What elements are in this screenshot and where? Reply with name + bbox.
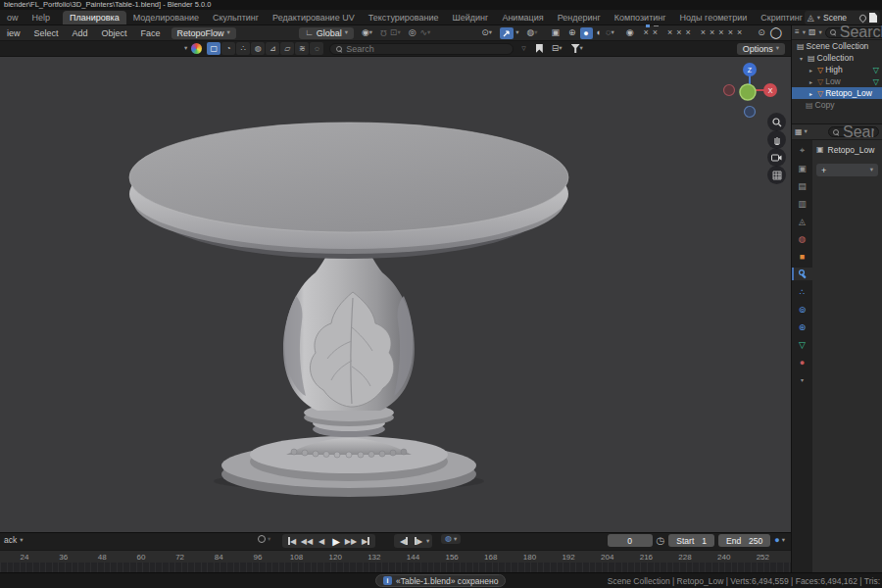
rf-x-icon[interactable]: × xyxy=(686,28,691,37)
rf-x-icon[interactable]: × xyxy=(728,28,733,37)
falloff-curve-icon[interactable]: ∿ xyxy=(420,28,428,37)
view-dropdown[interactable]: ● ▾ xyxy=(774,536,785,545)
tab-view-layer[interactable]: ▥ xyxy=(792,197,812,210)
mesh-data-icon[interactable]: ▽ xyxy=(873,66,879,74)
rf-x-icon[interactable]: × xyxy=(701,28,706,37)
tab-animation[interactable]: Анимация xyxy=(495,11,550,24)
tab-material[interactable]: ● xyxy=(792,356,812,368)
outliner-item-high[interactable]: ▸ ▽ High ▽ xyxy=(792,64,882,75)
playback-sync-dropdown[interactable]: ◍ ▾ xyxy=(441,534,461,544)
orientation-dropdown[interactable]: ∟ Global ▾ xyxy=(299,27,354,39)
tab-modeling[interactable]: Моделирование xyxy=(126,11,206,24)
gizmo-x-neg[interactable] xyxy=(724,85,735,96)
frame-back-button[interactable]: ◀ xyxy=(397,535,411,547)
hierarchy-icon[interactable]: ⊟ xyxy=(552,44,560,53)
filter-icon[interactable] xyxy=(571,44,580,53)
play-reverse-button[interactable]: ◀ xyxy=(315,535,328,547)
stopwatch-icon[interactable]: ◷ xyxy=(657,536,665,546)
outliner-search-input[interactable]: Search xyxy=(825,27,882,38)
outliner-item-copy[interactable]: ▤ Copy xyxy=(792,99,882,111)
tab-particles[interactable]: ∴ xyxy=(792,285,812,298)
zoom-button[interactable] xyxy=(767,113,786,131)
3d-viewport[interactable]: Z X xyxy=(0,57,791,532)
end-frame-field[interactable]: End 250 xyxy=(718,534,770,547)
tab-scene[interactable]: ◬ xyxy=(792,215,812,227)
shading-wireframe-icon[interactable]: ⊕ xyxy=(568,28,576,37)
menu-face[interactable]: Face xyxy=(134,28,168,38)
rf-x-icon[interactable]: × xyxy=(676,28,681,37)
tab-world[interactable]: ◍ xyxy=(792,232,812,245)
overlays-icon[interactable]: ◍ xyxy=(526,28,534,37)
visibility-dropdown-icon[interactable]: ⊙ xyxy=(481,28,489,37)
snap-target-icon[interactable]: ⊡ xyxy=(390,28,398,37)
chevron-down-icon[interactable]: ▾ xyxy=(184,45,187,52)
tab-physics[interactable]: ⊚ xyxy=(792,303,812,316)
expand-icon[interactable]: ▸ xyxy=(809,90,815,97)
orthographic-toggle-button[interactable] xyxy=(767,166,786,184)
rf-x-icon[interactable]: × xyxy=(737,28,742,37)
pivot-point-icon[interactable]: ◉ xyxy=(362,28,369,37)
tab-uv-editing[interactable]: Редактирование UV xyxy=(266,11,362,24)
next-keyframe-button[interactable]: ▶▶ xyxy=(344,535,358,547)
tab-texture-paint[interactable]: Текстурирование xyxy=(362,11,446,24)
tab-output[interactable]: ▤ xyxy=(792,179,812,192)
bookmark-icon[interactable] xyxy=(536,44,543,53)
shading-material-icon[interactable]: ◐ xyxy=(597,28,602,37)
gizmo-y-axis[interactable] xyxy=(740,84,756,100)
tab-layout[interactable]: Планировка xyxy=(63,11,126,24)
menu-object[interactable]: Object xyxy=(95,28,134,38)
display-mode-icon[interactable]: ▨ xyxy=(808,28,816,36)
proportional-editing-icon[interactable]: ◎ xyxy=(409,28,416,37)
scene-selector[interactable]: ◬ ▾ Scene xyxy=(805,11,880,24)
frame-forward-button[interactable]: ▶ xyxy=(412,535,425,547)
navigation-gizmo[interactable]: Z X xyxy=(722,61,779,120)
tab-modifiers[interactable] xyxy=(792,268,812,280)
rf-extra-dropdown-icon[interactable]: ▿ xyxy=(521,44,526,53)
properties-editor-icon[interactable]: ▦ xyxy=(795,128,803,136)
outliner-item-low[interactable]: ▸ ▽ Low ▽ xyxy=(792,75,882,87)
playback-menu[interactable]: ack ▾ xyxy=(4,535,24,545)
menu-window[interactable]: ow xyxy=(0,13,25,23)
rf-disc-icon[interactable]: ⊙ xyxy=(758,28,765,37)
outliner-item-collection[interactable]: ▾ ▤ Collection xyxy=(792,52,882,64)
shading-solid-icon[interactable]: ● xyxy=(580,27,593,39)
tab-compositing[interactable]: Композитинг xyxy=(608,11,673,24)
tab-tool[interactable]: ⌖ xyxy=(792,144,812,157)
chevron-down-icon[interactable]: ▾ xyxy=(792,373,812,386)
outliner-item-retopo-low[interactable]: ▸ ▽ Retopo_Low xyxy=(792,87,882,99)
viewport-search-input[interactable]: Search xyxy=(329,43,514,55)
rf-x-icon[interactable]: × xyxy=(667,28,672,37)
properties-search-input[interactable]: Search xyxy=(828,126,879,137)
expand-icon[interactable]: ▸ xyxy=(809,78,815,85)
current-frame-field[interactable]: 0 xyxy=(608,534,653,547)
options-button[interactable]: Options ▾ xyxy=(737,43,785,55)
gizmo-z-neg[interactable] xyxy=(745,107,756,118)
tab-sculpting[interactable]: Скульптинг xyxy=(206,11,266,24)
menu-select[interactable]: Select xyxy=(27,28,66,38)
active-tool-button[interactable]: RetopoFlow ▾ xyxy=(172,27,236,39)
rf-tool-strokes-icon[interactable]: ∴ xyxy=(236,42,250,55)
editor-type-icon[interactable]: ≡ xyxy=(795,28,800,36)
jump-to-end-button[interactable]: ▶ xyxy=(359,535,372,547)
outliner-item-scene-collection[interactable]: ▤ Scene Collection xyxy=(792,40,882,52)
rf-x-icon[interactable]: × xyxy=(718,28,723,37)
tab-constraints[interactable]: ⊛ xyxy=(792,320,812,333)
auto-keying-toggle[interactable]: ▾ xyxy=(258,535,270,543)
table-model[interactable] xyxy=(0,57,791,532)
rf-x-icon[interactable]: × xyxy=(653,28,658,37)
snap-magnet-icon[interactable]: Ω xyxy=(380,28,387,37)
new-scene-icon[interactable] xyxy=(869,13,877,23)
rf-tool-loops-icon[interactable]: ≋ xyxy=(295,42,309,55)
tab-render[interactable]: ▣ xyxy=(792,162,812,174)
tab-object-data[interactable]: ▽ xyxy=(792,338,812,351)
menu-view[interactable]: iew xyxy=(0,28,27,38)
rf-circle-icon[interactable]: ◯ xyxy=(770,27,782,38)
tab-shading[interactable]: Шейдинг xyxy=(446,11,496,24)
add-modifier-button[interactable]: + ▾ xyxy=(816,164,878,176)
rf-target-icon[interactable]: ◉ xyxy=(626,28,634,37)
tabletop[interactable] xyxy=(129,122,568,232)
rf-tool-polypen-icon[interactable]: ⊿ xyxy=(266,42,279,55)
rf-tool-tweak-icon[interactable]: ◌ xyxy=(310,42,323,55)
rf-tool-polystrips-icon[interactable]: ◔ xyxy=(221,42,235,55)
rf-x-icon[interactable]: × xyxy=(710,28,714,37)
